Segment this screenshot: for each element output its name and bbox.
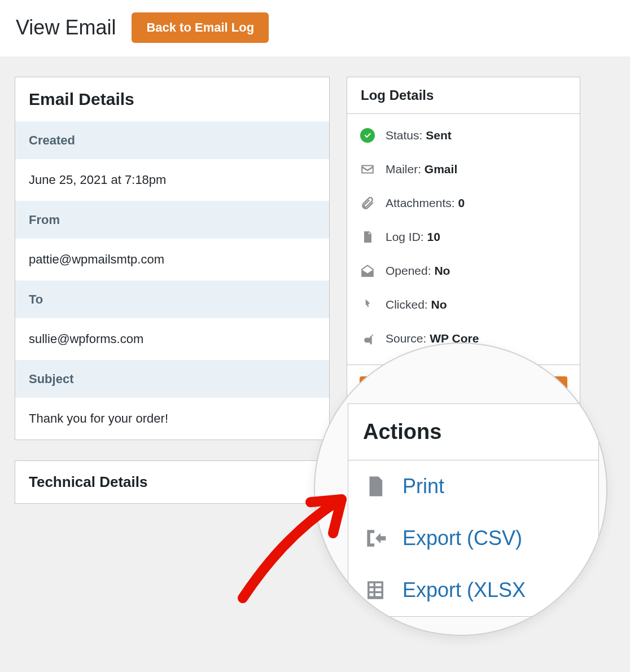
action-label: Export (CSV) — [403, 526, 522, 550]
field-from: From pattie@wpmailsmtp.com — [15, 201, 329, 280]
check-circle-icon — [360, 128, 375, 143]
field-label: To — [15, 281, 329, 318]
field-subject: Subject Thank you for your order! — [15, 360, 329, 440]
pointer-icon — [360, 297, 375, 313]
log-value: No — [431, 298, 447, 311]
log-value: Sent — [426, 129, 452, 142]
field-created: Created June 25, 2021 at 7:18pm — [15, 121, 329, 201]
log-label: Attachments: — [386, 196, 458, 209]
log-value: No — [434, 264, 450, 277]
action-print[interactable]: Print — [348, 460, 598, 512]
action-label: Export (XLSX — [403, 578, 526, 602]
technical-details-title: Technical Details — [15, 461, 329, 503]
log-label: Mailer: — [386, 162, 425, 175]
field-label: Created — [15, 122, 329, 159]
field-label: Subject — [15, 361, 329, 398]
actions-panel: Actions Print Export (CSV) Export (XLSX — [348, 403, 599, 617]
action-label: Print — [403, 475, 444, 498]
log-details-title: Log Details — [347, 77, 580, 114]
log-value: 0 — [458, 196, 465, 209]
spreadsheet-icon — [363, 578, 388, 603]
field-value: June 25, 2021 at 7:18pm — [15, 159, 329, 201]
top-bar: View Email Back to Email Log — [0, 0, 630, 56]
actions-title: Actions — [348, 404, 598, 460]
log-value: 10 — [427, 230, 440, 243]
log-label: Clicked: — [386, 298, 431, 311]
envelope-icon — [360, 161, 375, 177]
document-icon — [363, 474, 388, 499]
log-status: Status: Sent — [360, 118, 567, 152]
file-icon — [360, 229, 375, 245]
field-label: From — [15, 201, 329, 239]
field-value: Thank you for your order! — [15, 398, 329, 440]
log-mailer: Mailer: Gmail — [360, 152, 567, 186]
left-column: Email Details Created June 25, 2021 at 7… — [15, 77, 330, 524]
log-details-list: Status: Sent Mailer: Gmail Attachments: … — [347, 114, 580, 364]
log-id: Log ID: 10 — [360, 220, 567, 254]
log-label: Status: — [386, 129, 426, 142]
field-value: pattie@wpmailsmtp.com — [15, 239, 329, 280]
plug-icon — [360, 331, 375, 346]
envelope-open-icon — [360, 263, 375, 279]
action-export-csv[interactable]: Export (CSV) — [348, 512, 598, 564]
log-clicked: Clicked: No — [360, 288, 567, 322]
log-attachments: Attachments: 0 — [360, 186, 567, 220]
email-details-panel: Email Details Created June 25, 2021 at 7… — [15, 77, 330, 440]
field-to: To sullie@wpforms.com — [15, 280, 329, 360]
magnifier-bubble: Actions Print Export (CSV) Export (XLSX — [314, 342, 607, 636]
log-label: Source: — [386, 332, 430, 345]
page-title: View Email — [16, 16, 116, 39]
log-opened: Opened: No — [360, 254, 567, 288]
field-value: sullie@wpforms.com — [15, 318, 329, 360]
technical-details-panel[interactable]: Technical Details — [15, 460, 330, 504]
export-icon — [363, 526, 388, 551]
paperclip-icon — [360, 195, 375, 211]
log-label: Log ID: — [386, 230, 427, 243]
log-label: Opened: — [386, 264, 434, 277]
back-to-email-log-button[interactable]: Back to Email Log — [132, 12, 269, 43]
log-value: Gmail — [425, 162, 457, 175]
email-details-title: Email Details — [15, 77, 329, 121]
